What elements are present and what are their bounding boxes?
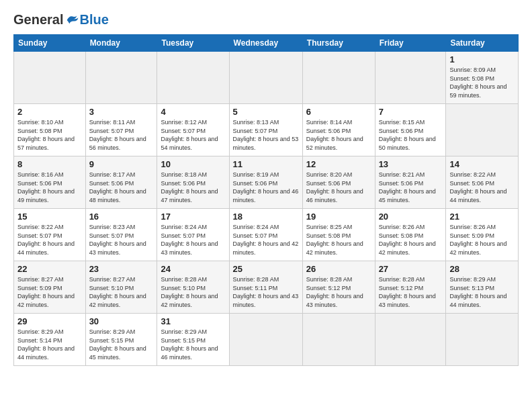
calendar-cell: 18Sunrise: 8:24 AMSunset: 5:07 PMDayligh… xyxy=(229,209,302,261)
calendar-cell xyxy=(302,314,375,366)
calendar-cell: 31Sunrise: 8:29 AMSunset: 5:15 PMDayligh… xyxy=(157,314,229,366)
calendar-week-row: 22Sunrise: 8:27 AMSunset: 5:09 PMDayligh… xyxy=(14,261,519,314)
day-number: 24 xyxy=(161,264,225,274)
day-number: 21 xyxy=(449,212,515,222)
day-number: 10 xyxy=(161,159,225,169)
day-info: Sunrise: 8:28 AMSunset: 5:11 PMDaylight:… xyxy=(233,275,299,309)
calendar-cell: 27Sunrise: 8:28 AMSunset: 5:12 PMDayligh… xyxy=(375,261,446,314)
day-number: 5 xyxy=(233,107,299,117)
calendar-cell xyxy=(446,314,519,366)
day-number: 7 xyxy=(379,107,443,117)
calendar-cell: 25Sunrise: 8:28 AMSunset: 5:11 PMDayligh… xyxy=(229,261,302,314)
logo-blue-text: Blue xyxy=(79,12,108,28)
day-info: Sunrise: 8:27 AMSunset: 5:09 PMDaylight:… xyxy=(17,275,82,309)
calendar-cell xyxy=(375,314,446,366)
calendar-week-row: 15Sunrise: 8:22 AMSunset: 5:07 PMDayligh… xyxy=(14,209,519,261)
calendar-cell xyxy=(85,52,157,104)
day-info: Sunrise: 8:15 AMSunset: 5:06 PMDaylight:… xyxy=(379,118,443,152)
day-number: 6 xyxy=(306,107,371,117)
day-number: 28 xyxy=(449,264,515,274)
day-number: 1 xyxy=(449,54,515,64)
day-number: 13 xyxy=(379,159,443,169)
day-info: Sunrise: 8:12 AMSunset: 5:07 PMDaylight:… xyxy=(161,118,225,152)
day-number: 29 xyxy=(17,316,82,326)
calendar-cell: 9Sunrise: 8:17 AMSunset: 5:06 PMDaylight… xyxy=(85,156,157,209)
calendar-cell: 23Sunrise: 8:27 AMSunset: 5:10 PMDayligh… xyxy=(85,261,157,314)
day-info: Sunrise: 8:14 AMSunset: 5:06 PMDaylight:… xyxy=(306,118,371,152)
day-number: 25 xyxy=(233,264,299,274)
day-number: 18 xyxy=(233,212,299,222)
day-info: Sunrise: 8:28 AMSunset: 5:10 PMDaylight:… xyxy=(161,275,225,309)
day-number: 9 xyxy=(89,159,154,169)
weekday-header: Saturday xyxy=(446,35,519,52)
day-number: 19 xyxy=(306,212,371,222)
calendar-cell: 2Sunrise: 8:10 AMSunset: 5:08 PMDaylight… xyxy=(14,104,86,156)
calendar-week-row: 29Sunrise: 8:29 AMSunset: 5:14 PMDayligh… xyxy=(14,314,519,366)
weekday-header: Friday xyxy=(375,35,446,52)
day-info: Sunrise: 8:16 AMSunset: 5:06 PMDaylight:… xyxy=(17,171,82,204)
weekday-header: Sunday xyxy=(14,35,86,52)
day-number: 3 xyxy=(89,107,154,117)
calendar-table: SundayMondayTuesdayWednesdayThursdayFrid… xyxy=(13,34,519,366)
day-info: Sunrise: 8:27 AMSunset: 5:10 PMDaylight:… xyxy=(89,275,154,309)
day-info: Sunrise: 8:22 AMSunset: 5:07 PMDaylight:… xyxy=(17,223,82,257)
day-info: Sunrise: 8:26 AMSunset: 5:08 PMDaylight:… xyxy=(379,223,443,257)
weekday-header: Tuesday xyxy=(157,35,229,52)
calendar-cell: 14Sunrise: 8:22 AMSunset: 5:06 PMDayligh… xyxy=(446,156,519,209)
calendar-cell: 28Sunrise: 8:29 AMSunset: 5:13 PMDayligh… xyxy=(446,261,519,314)
calendar-cell xyxy=(446,104,519,156)
calendar-cell: 21Sunrise: 8:26 AMSunset: 5:09 PMDayligh… xyxy=(446,209,519,261)
day-number: 22 xyxy=(17,264,82,274)
weekday-header: Thursday xyxy=(302,35,375,52)
calendar-cell: 26Sunrise: 8:28 AMSunset: 5:12 PMDayligh… xyxy=(302,261,375,314)
day-info: Sunrise: 8:29 AMSunset: 5:13 PMDaylight:… xyxy=(449,275,515,309)
day-info: Sunrise: 8:26 AMSunset: 5:09 PMDaylight:… xyxy=(449,223,515,257)
header: General Blue xyxy=(13,12,519,28)
day-number: 17 xyxy=(161,212,225,222)
day-number: 14 xyxy=(449,159,515,169)
calendar-cell: 7Sunrise: 8:15 AMSunset: 5:06 PMDaylight… xyxy=(375,104,446,156)
calendar-cell: 5Sunrise: 8:13 AMSunset: 5:07 PMDaylight… xyxy=(229,104,302,156)
calendar-week-row: 2Sunrise: 8:10 AMSunset: 5:08 PMDaylight… xyxy=(14,104,519,156)
calendar-cell: 10Sunrise: 8:18 AMSunset: 5:06 PMDayligh… xyxy=(157,156,229,209)
calendar-cell: 11Sunrise: 8:19 AMSunset: 5:06 PMDayligh… xyxy=(229,156,302,209)
day-number: 2 xyxy=(17,107,82,117)
day-info: Sunrise: 8:13 AMSunset: 5:07 PMDaylight:… xyxy=(233,118,299,152)
day-info: Sunrise: 8:21 AMSunset: 5:06 PMDaylight:… xyxy=(379,171,443,204)
calendar-cell: 15Sunrise: 8:22 AMSunset: 5:07 PMDayligh… xyxy=(14,209,86,261)
day-info: Sunrise: 8:20 AMSunset: 5:06 PMDaylight:… xyxy=(306,171,371,204)
day-info: Sunrise: 8:23 AMSunset: 5:07 PMDaylight:… xyxy=(89,223,154,257)
day-number: 12 xyxy=(306,159,371,169)
calendar-cell: 6Sunrise: 8:14 AMSunset: 5:06 PMDaylight… xyxy=(302,104,375,156)
day-info: Sunrise: 8:29 AMSunset: 5:15 PMDaylight:… xyxy=(161,328,225,361)
calendar-cell xyxy=(229,52,302,104)
day-info: Sunrise: 8:29 AMSunset: 5:14 PMDaylight:… xyxy=(17,328,82,361)
day-number: 23 xyxy=(89,264,154,274)
weekday-header: Monday xyxy=(85,35,157,52)
day-number: 16 xyxy=(89,212,154,222)
calendar-cell: 30Sunrise: 8:29 AMSunset: 5:15 PMDayligh… xyxy=(85,314,157,366)
calendar-cell: 16Sunrise: 8:23 AMSunset: 5:07 PMDayligh… xyxy=(85,209,157,261)
calendar-week-row: 8Sunrise: 8:16 AMSunset: 5:06 PMDaylight… xyxy=(14,156,519,209)
calendar-cell xyxy=(229,314,302,366)
logo-bird-icon xyxy=(64,13,79,28)
calendar-header: SundayMondayTuesdayWednesdayThursdayFrid… xyxy=(14,35,519,52)
day-number: 20 xyxy=(379,212,443,222)
calendar-cell: 22Sunrise: 8:27 AMSunset: 5:09 PMDayligh… xyxy=(14,261,86,314)
day-info: Sunrise: 8:24 AMSunset: 5:07 PMDaylight:… xyxy=(233,223,299,257)
day-info: Sunrise: 8:17 AMSunset: 5:06 PMDaylight:… xyxy=(89,171,154,204)
day-info: Sunrise: 8:28 AMSunset: 5:12 PMDaylight:… xyxy=(306,275,371,309)
calendar-cell xyxy=(375,52,446,104)
day-number: 15 xyxy=(17,212,82,222)
day-info: Sunrise: 8:22 AMSunset: 5:06 PMDaylight:… xyxy=(449,171,515,204)
calendar-cell: 12Sunrise: 8:20 AMSunset: 5:06 PMDayligh… xyxy=(302,156,375,209)
calendar-cell: 20Sunrise: 8:26 AMSunset: 5:08 PMDayligh… xyxy=(375,209,446,261)
day-info: Sunrise: 8:24 AMSunset: 5:07 PMDaylight:… xyxy=(161,223,225,257)
day-number: 8 xyxy=(17,159,82,169)
day-info: Sunrise: 8:25 AMSunset: 5:08 PMDaylight:… xyxy=(306,223,371,257)
calendar-cell: 24Sunrise: 8:28 AMSunset: 5:10 PMDayligh… xyxy=(157,261,229,314)
calendar-body: 1Sunrise: 8:09 AMSunset: 5:08 PMDaylight… xyxy=(14,52,519,366)
calendar-cell: 29Sunrise: 8:29 AMSunset: 5:14 PMDayligh… xyxy=(14,314,86,366)
calendar-cell: 1Sunrise: 8:09 AMSunset: 5:08 PMDaylight… xyxy=(446,52,519,104)
calendar-cell: 3Sunrise: 8:11 AMSunset: 5:07 PMDaylight… xyxy=(85,104,157,156)
